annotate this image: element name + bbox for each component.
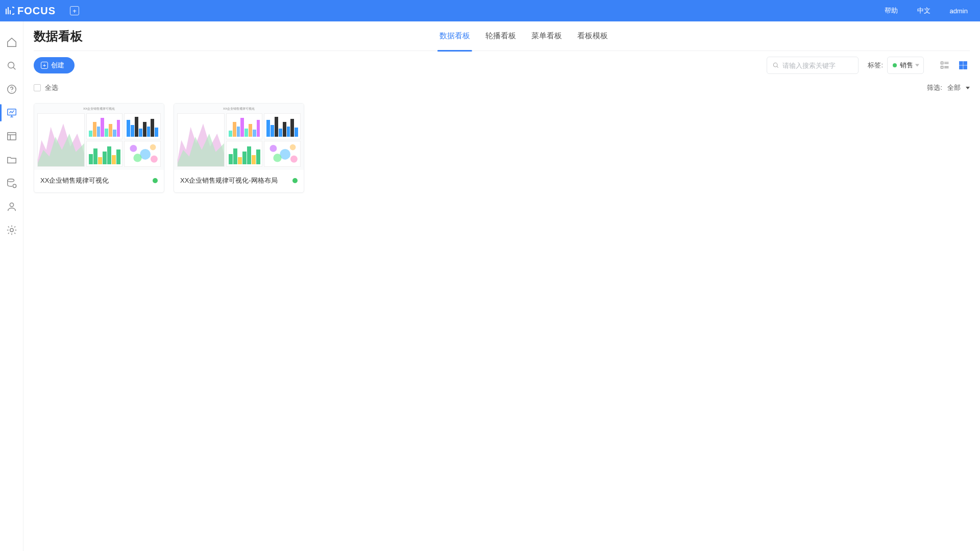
svg-point-16 — [130, 145, 137, 152]
brand-name: FOCUS — [17, 5, 56, 17]
presentation-chart-icon — [6, 107, 17, 118]
help-link[interactable]: 帮助 — [885, 6, 898, 15]
brand-logo[interactable]: FOCUS — [5, 5, 56, 17]
list-view-icon — [940, 60, 950, 70]
svg-rect-13 — [964, 62, 967, 65]
thumb-bar-chart — [264, 113, 301, 139]
nav-home[interactable] — [0, 31, 23, 54]
user-icon — [6, 201, 17, 212]
brand-logo-icon — [5, 6, 14, 15]
search-input[interactable] — [782, 62, 853, 69]
svg-point-19 — [134, 154, 142, 162]
svg-point-9 — [774, 63, 778, 67]
plus-square-icon: + — [41, 62, 48, 69]
toolbar: + 创建 标签: 销售 — [34, 51, 970, 80]
svg-rect-10 — [941, 62, 943, 64]
search-icon — [6, 60, 17, 71]
svg-rect-14 — [960, 66, 963, 69]
nav-help[interactable] — [0, 78, 23, 101]
nav-folder[interactable] — [0, 148, 23, 171]
tab-board-template[interactable]: 看板模板 — [577, 21, 608, 51]
svg-point-25 — [290, 156, 298, 163]
tag-label: 标签: — [868, 61, 883, 70]
folder-icon — [6, 154, 17, 165]
language-link[interactable]: 中文 — [917, 6, 930, 15]
svg-point-7 — [10, 203, 13, 207]
create-button-label: 创建 — [51, 61, 64, 70]
svg-point-18 — [150, 144, 156, 151]
tab-label: 菜单看板 — [531, 31, 562, 41]
list-view-button[interactable] — [938, 59, 951, 72]
card-name: XX企业销售规律可视化 — [40, 176, 153, 185]
thumb-area-chart — [37, 113, 85, 167]
svg-rect-15 — [964, 66, 967, 69]
page-header: 数据看板 数据看板 轮播看板 菜单看板 看板模板 — [34, 21, 970, 51]
card-footer: XX企业销售规律可视化 — [34, 170, 164, 192]
svg-point-6 — [13, 184, 16, 187]
grid-view-button[interactable] — [957, 59, 970, 72]
svg-point-2 — [11, 91, 12, 92]
table-icon — [6, 131, 17, 142]
new-tab-button[interactable]: + — [70, 6, 79, 15]
tag-select[interactable]: 销售 — [887, 57, 924, 74]
card-status-dot — [153, 178, 158, 183]
user-link[interactable]: admin — [950, 7, 968, 15]
nav-settings[interactable] — [0, 218, 23, 242]
plus-icon: + — [72, 8, 77, 14]
topbar: FOCUS + 帮助 中文 admin — [0, 0, 980, 21]
nav-table[interactable] — [0, 124, 23, 148]
tab-label: 看板模板 — [577, 31, 608, 41]
filter-label: 筛选: — [927, 83, 942, 92]
subtoolbar: 全选 筛选: 全部 — [34, 80, 970, 96]
svg-point-5 — [7, 179, 14, 182]
svg-point-20 — [151, 156, 158, 163]
home-icon — [6, 37, 17, 48]
tab-label: 数据看板 — [439, 31, 470, 41]
question-circle-icon — [6, 84, 17, 95]
select-all-label: 全选 — [45, 83, 58, 92]
tab-label: 轮播看板 — [485, 31, 516, 41]
tab-data-board[interactable]: 数据看板 — [439, 21, 470, 51]
view-toggle — [938, 59, 970, 72]
create-button[interactable]: + 创建 — [34, 57, 75, 73]
search-icon — [772, 61, 779, 69]
svg-rect-11 — [941, 66, 943, 68]
svg-point-21 — [270, 145, 277, 152]
tag-color-dot — [893, 63, 897, 67]
grid-view-icon — [958, 60, 968, 70]
card-grid: XX企业销售规律可视化 — [34, 103, 970, 193]
filter-dropdown[interactable]: 全部 — [947, 83, 970, 92]
thumb-title: XX企业销售规律可视化 — [37, 107, 161, 112]
thumb-bar-chart — [226, 141, 263, 167]
select-all-checkbox[interactable] — [34, 84, 41, 91]
page-title: 数据看板 — [34, 28, 83, 44]
nav-user[interactable] — [0, 195, 23, 218]
card-name: XX企业销售规律可视化-网格布局 — [180, 176, 292, 185]
card-thumbnail: XX企业销售规律可视化 — [34, 104, 164, 170]
thumb-area-chart — [177, 113, 225, 167]
thumb-bar-chart — [86, 113, 123, 139]
tab-carousel-board[interactable]: 轮播看板 — [485, 21, 516, 51]
filter-value: 全部 — [947, 83, 961, 92]
nav-data-config[interactable] — [0, 171, 23, 195]
svg-point-8 — [10, 229, 13, 232]
card-footer: XX企业销售规律可视化-网格布局 — [174, 170, 304, 192]
thumb-bar-chart — [226, 113, 263, 139]
thumb-bar-chart — [124, 113, 161, 139]
left-nav — [0, 21, 23, 551]
svg-point-0 — [8, 62, 14, 68]
card-thumbnail: XX企业销售规律可视化 — [174, 104, 304, 170]
card-status-dot — [292, 178, 298, 183]
tab-menu-board[interactable]: 菜单看板 — [531, 21, 562, 51]
svg-rect-12 — [960, 62, 963, 65]
database-gear-icon — [6, 178, 17, 189]
nav-search[interactable] — [0, 54, 23, 78]
search-box[interactable] — [767, 57, 859, 74]
dashboard-card[interactable]: XX企业销售规律可视化 — [34, 103, 164, 193]
tag-select-value: 销售 — [900, 61, 913, 70]
dashboard-card[interactable]: XX企业销售规律可视化 — [174, 103, 304, 193]
gear-icon — [6, 224, 17, 236]
svg-point-24 — [274, 154, 282, 162]
thumb-title: XX企业销售规律可视化 — [177, 107, 301, 112]
nav-dashboard[interactable] — [0, 101, 23, 124]
